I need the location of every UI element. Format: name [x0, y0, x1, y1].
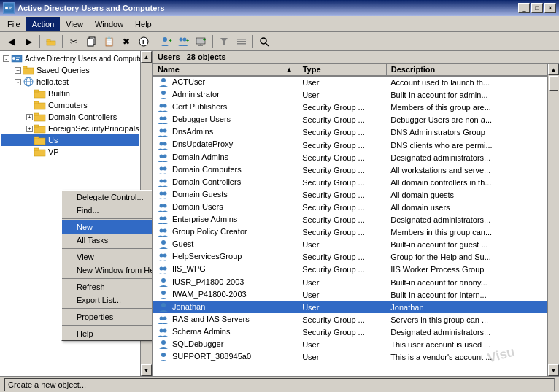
table-row[interactable]: Domain AdminsSecurity Group ...Designate…	[153, 151, 547, 164]
svg-rect-27	[16, 58, 20, 58]
table-row[interactable]: IUSR_P41800-2003UserBuilt-in account for…	[153, 276, 547, 288]
close-button[interactable]: ×	[544, 3, 556, 13]
svg-point-65	[163, 204, 167, 208]
group-icon	[158, 227, 169, 237]
ctx-properties[interactable]: Properties	[62, 310, 153, 323]
cell-type: Security Group ...	[298, 101, 386, 114]
svg-marker-19	[220, 38, 228, 45]
ctx-refresh[interactable]: Refresh	[62, 280, 153, 293]
toolbar-sep4	[212, 35, 213, 48]
table-row[interactable]: Schema AdminsSecurity Group ...Designate…	[153, 326, 547, 338]
menu-action[interactable]: Action	[26, 17, 61, 31]
tree-expand-dc[interactable]: +	[26, 114, 33, 120]
up-button[interactable]	[43, 34, 59, 50]
svg-point-69	[163, 229, 167, 233]
search-button[interactable]	[256, 34, 272, 50]
scroll-down-arrow[interactable]: ▼	[141, 364, 152, 376]
ctx-new[interactable]: New ▶	[62, 220, 153, 234]
ctx-view[interactable]: View ▶	[62, 250, 153, 264]
cell-type: Security Group ...	[298, 164, 386, 176]
tree-item-saved-queries[interactable]: + Saved Queries	[1, 64, 139, 76]
table-row[interactable]: Enterprise AdminsSecurity Group ...Desig…	[153, 214, 547, 226]
ctx-all-tasks[interactable]: All Tasks ▶	[62, 234, 153, 247]
tree-item-vpn[interactable]: VP	[1, 146, 139, 158]
table-row[interactable]: GuestUserBuilt-in account for guest ...	[153, 239, 547, 251]
table-row[interactable]: DnsUpdateProxySecurity Group ...DNS clie…	[153, 139, 547, 151]
tree-item-dc[interactable]: + Domain Controllers	[1, 111, 139, 123]
back-button[interactable]: ◀	[3, 34, 19, 50]
tree-item-users[interactable]: Us	[1, 134, 139, 146]
table-row[interactable]: Group Policy CreatorSecurity Group ...Me…	[153, 226, 547, 239]
folder-icon-dc	[34, 112, 46, 122]
new-computer-button[interactable]: +	[193, 34, 209, 50]
title-bar: Active Directory Users and Computers _ □…	[0, 0, 559, 16]
cell-name: Debugger Users	[153, 114, 298, 126]
maximize-button[interactable]: □	[531, 3, 543, 13]
ctx-help[interactable]: Help	[62, 327, 153, 340]
table-row[interactable]: JonathanUserJonathan	[153, 301, 547, 313]
table-row[interactable]: AdministratorUserBuilt-in account for ad…	[153, 89, 547, 101]
table-scrollbar[interactable]: ▲ ▼	[547, 64, 559, 376]
tree-item-hello-test[interactable]: - hello.test	[1, 76, 139, 88]
table-row[interactable]: Domain ComputersSecurity Group ...All wo…	[153, 164, 547, 176]
table-row[interactable]: Domain GuestsSecurity Group ...All domai…	[153, 188, 547, 201]
table-row[interactable]: DnsAdminsSecurity Group ...DNS Administr…	[153, 126, 547, 139]
user-icon	[158, 339, 169, 350]
menu-file[interactable]: File	[1, 17, 26, 31]
col-header-type[interactable]: Type	[298, 64, 386, 76]
col-header-desc[interactable]: Description	[386, 64, 547, 76]
forward-button[interactable]: ▶	[20, 34, 36, 50]
col-header-name[interactable]: Name ▲	[153, 64, 298, 76]
paste-button[interactable]: 📋	[101, 34, 117, 50]
ctx-find[interactable]: Find...	[62, 204, 153, 217]
group-icon	[158, 315, 169, 325]
tree-expand-sq[interactable]: +	[15, 67, 21, 74]
table-row[interactable]: SUPPORT_388945a0UserThis is a vendor's a…	[153, 351, 547, 364]
table-row[interactable]: IWAM_P41800-2003UserBuilt-in account for…	[153, 288, 547, 301]
menu-view[interactable]: View	[60, 17, 89, 31]
new-user-button[interactable]: +	[158, 34, 174, 50]
ctx-export[interactable]: Export List...	[62, 293, 153, 307]
svg-rect-7	[88, 39, 93, 46]
svg-point-50	[160, 117, 163, 120]
cell-description: Designated administrators...	[386, 326, 547, 338]
tree-root[interactable]: - Active Directory Users and Compute...	[1, 53, 139, 64]
table-row[interactable]: Domain UsersSecurity Group ...All domain…	[153, 201, 547, 213]
ctx-new-window[interactable]: New Window from Here	[62, 264, 153, 277]
tree-item-computers[interactable]: Computers	[1, 99, 139, 111]
table-scroll-down[interactable]: ▼	[548, 364, 559, 376]
cell-description: Designated administrators...	[386, 151, 547, 164]
table-row[interactable]: Cert PublishersSecurity Group ...Members…	[153, 101, 547, 114]
table-row[interactable]: HelpServicesGroupSecurity Group ...Group…	[153, 251, 547, 264]
svg-point-70	[161, 240, 166, 245]
scroll-up-arrow[interactable]: ▲	[141, 51, 152, 63]
ctx-delegate[interactable]: Delegate Control...	[62, 191, 153, 204]
scroll-thumb[interactable]	[549, 76, 558, 91]
tree-expand-fsp[interactable]: +	[26, 126, 33, 132]
tree-expand-ht[interactable]: -	[15, 79, 21, 85]
window-controls[interactable]: _ □ ×	[518, 3, 556, 13]
user-icon	[158, 90, 169, 100]
table-row[interactable]: Domain ControllersSecurity Group ...All …	[153, 176, 547, 188]
delete-button[interactable]: ✖	[118, 34, 134, 50]
table-scroll-up[interactable]: ▲	[548, 64, 559, 75]
cell-type: Security Group ...	[298, 114, 386, 126]
table-row[interactable]: Debugger UsersSecurity Group ...Debugger…	[153, 114, 547, 126]
tree-expand-root[interactable]: -	[3, 55, 9, 62]
minimize-button[interactable]: _	[518, 3, 530, 13]
filter-options-button[interactable]	[234, 34, 250, 50]
group-icon	[158, 202, 169, 212]
table-row[interactable]: ACTUserUserAccount used to launch th...	[153, 76, 547, 89]
menu-help[interactable]: Help	[129, 17, 158, 31]
table-row[interactable]: SQLDebuggerUserThis user account is used…	[153, 338, 547, 350]
filter-button[interactable]	[216, 34, 232, 50]
table-row[interactable]: RAS and IAS ServersSecurity Group ...Ser…	[153, 313, 547, 326]
menu-window[interactable]: Window	[89, 17, 129, 31]
cut-button[interactable]: ✂	[66, 34, 82, 50]
new-group-button[interactable]: +	[176, 34, 192, 50]
table-row[interactable]: IIS_WPGSecurity Group ...IIS Worker Proc…	[153, 264, 547, 276]
tree-item-fsp[interactable]: + ForeignSecurityPrincipals	[1, 123, 139, 134]
tree-item-builtin[interactable]: Builtin	[1, 88, 139, 99]
properties-button[interactable]: i	[136, 34, 152, 50]
copy-button[interactable]	[83, 34, 99, 50]
